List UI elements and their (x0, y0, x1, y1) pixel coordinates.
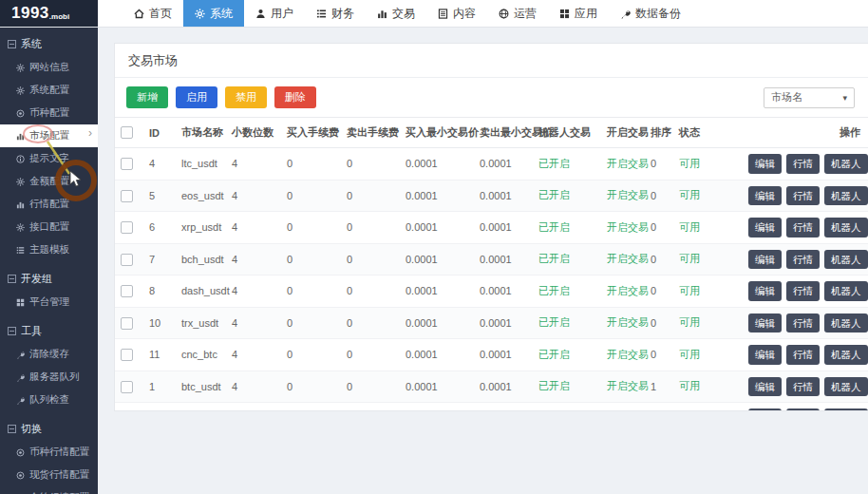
status-badge: 可用 (673, 243, 723, 276)
delete-button[interactable]: 删除 (274, 86, 316, 108)
quotes-button[interactable]: 行情 (786, 186, 820, 206)
robot-button[interactable]: 机器人 (824, 250, 868, 270)
robot-button[interactable]: 机器人 (824, 281, 868, 301)
robot-button[interactable]: 机器人 (824, 408, 868, 411)
row-checkbox[interactable] (121, 317, 133, 330)
edit-button[interactable]: 编辑 (748, 186, 782, 206)
collapse-icon (8, 275, 16, 283)
sidebar-section-tools: 工具清除缓存服务器队列队列检查 (0, 314, 98, 411)
robot-button[interactable]: 机器人 (824, 218, 868, 238)
robot-trading-status: 已开启 (533, 370, 601, 403)
edit-button[interactable]: 编辑 (748, 154, 782, 174)
robot-button[interactable]: 机器人 (824, 345, 868, 365)
buy-fee: 0 (281, 243, 341, 276)
sidebar-item-server-queue[interactable]: 服务器队列 (0, 366, 98, 389)
sort-order: 0 (645, 243, 673, 276)
buy-fee: 0 (281, 370, 341, 403)
sidebar-item-quotes-config[interactable]: 行情配置 (0, 193, 98, 216)
quotes-button[interactable]: 行情 (786, 345, 820, 365)
buy-min-price: 0.0001 (400, 339, 474, 371)
robot-trading-status: 已开启 (533, 212, 601, 244)
row-checkbox[interactable] (121, 349, 133, 361)
sidebar-item-site-info[interactable]: 网站信息 (0, 56, 98, 79)
nav-item-apps[interactable]: 应用 (548, 0, 609, 27)
decimals: 4 (226, 339, 281, 371)
row-checkbox[interactable] (121, 381, 133, 393)
row-checkbox[interactable] (121, 254, 133, 266)
sidebar-item-label: 市场配置 (29, 129, 69, 142)
row-select-cell (115, 243, 143, 276)
sidebar-item-label: 币种配置 (29, 106, 69, 120)
enable-button[interactable]: 启用 (176, 86, 217, 108)
buy-min-price: 0.0001 (400, 180, 474, 212)
quotes-button[interactable]: 行情 (786, 218, 820, 238)
nav-item-finance[interactable]: 财务 (305, 0, 366, 27)
edit-button[interactable]: 编辑 (748, 218, 782, 238)
market-filter-value: 市场名 (771, 90, 802, 104)
sell-fee: 0 (341, 212, 400, 244)
robot-button[interactable]: 机器人 (824, 377, 868, 397)
trading-status: 开启交易 (601, 243, 645, 276)
nav-item-operation[interactable]: 运营 (487, 0, 548, 27)
sidebar-item-api-config[interactable]: 接口配置 (0, 216, 98, 238)
sidebar-item-clear-cache[interactable]: 清除缓存 (0, 343, 98, 366)
nav-item-data-backup[interactable]: 数据备份 (609, 0, 692, 27)
sidebar-item-theme-template[interactable]: 主题模板 (0, 238, 98, 261)
sidebar-item-tip-text[interactable]: 提示文字 (0, 147, 98, 170)
edit-button[interactable]: 编辑 (748, 408, 782, 411)
quotes-button[interactable]: 行情 (786, 154, 820, 174)
sidebar-item-contract-quotes-config[interactable]: 合约行情配置 (0, 486, 98, 494)
nav-item-home[interactable]: 首页 (123, 0, 183, 27)
quotes-button[interactable]: 行情 (786, 281, 820, 301)
add-button[interactable]: 新增 (126, 86, 168, 108)
sidebar-item-amount-config[interactable]: 金额配置 (0, 170, 98, 193)
quotes-button[interactable]: 行情 (786, 408, 820, 411)
edit-button[interactable]: 编辑 (748, 377, 782, 397)
sidebar-section-header-switch[interactable]: 切换 (0, 415, 98, 441)
nav-item-users[interactable]: 用户 (244, 0, 305, 27)
table-row: 7bch_usdt4000.00010.0001已开启开启交易0可用编辑行情机器… (115, 243, 868, 276)
nav-item-system[interactable]: 系统 (183, 0, 244, 27)
edit-button[interactable]: 编辑 (748, 281, 782, 301)
collapse-icon (8, 40, 16, 48)
table-row: 10trx_usdt4000.00010.0001已开启开启交易0可用编辑行情机… (115, 307, 868, 339)
row-checkbox[interactable] (121, 285, 133, 297)
brand-logo[interactable]: 1993 .mobi (0, 0, 98, 27)
row-select-cell (115, 180, 143, 212)
file-icon (438, 9, 448, 19)
sidebar-item-system-config[interactable]: 系统配置 (0, 79, 98, 102)
row-checkbox[interactable] (121, 221, 133, 234)
robot-button[interactable]: 机器人 (824, 154, 868, 174)
robot-button[interactable]: 机器人 (824, 186, 868, 206)
sidebar-section-header-dev[interactable]: 开发组 (0, 265, 98, 291)
sidebar-item-queue-check[interactable]: 队列检查 (0, 389, 98, 411)
top-nav: 首页系统用户财务交易内容运营应用数据备份 (123, 0, 692, 27)
quotes-button[interactable]: 行情 (786, 314, 820, 333)
nav-item-trade[interactable]: 交易 (366, 0, 426, 27)
edit-button[interactable]: 编辑 (748, 250, 782, 270)
market-filter-select[interactable]: 市场名 ▾ (764, 87, 855, 108)
robot-trading-status: 已开启 (533, 243, 601, 276)
sidebar-section-header-tools[interactable]: 工具 (0, 317, 98, 343)
markets-table: ID市场名称小数位数买入手续费卖出手续费买入最小交易价卖出最小交易价机器人交易开… (115, 117, 868, 411)
select-all-checkbox[interactable] (121, 126, 133, 139)
sidebar-item-platform-manage[interactable]: 平台管理 (0, 291, 98, 314)
sidebar-item-spot-quotes-config[interactable]: 现货行情配置 (0, 464, 98, 486)
decimals: 4 (226, 148, 281, 180)
chevron-down-icon: ▾ (842, 93, 847, 103)
sidebar-item-coin-config[interactable]: 币种配置 (0, 102, 98, 124)
quotes-button[interactable]: 行情 (786, 250, 820, 270)
edit-button[interactable]: 编辑 (748, 345, 782, 365)
robot-button[interactable]: 机器人 (824, 314, 868, 333)
row-checkbox[interactable] (121, 190, 133, 202)
sidebar-section-header-system[interactable]: 系统 (0, 30, 98, 56)
edit-button[interactable]: 编辑 (748, 314, 782, 333)
sidebar-item-coin-quotes-config[interactable]: 币种行情配置 (0, 441, 98, 464)
status-badge: 可用 (673, 212, 723, 244)
row-checkbox[interactable] (121, 158, 133, 170)
sidebar-item-market-config[interactable]: 市场配置› (0, 124, 98, 147)
nav-item-content[interactable]: 内容 (426, 0, 487, 27)
quotes-button[interactable]: 行情 (786, 377, 820, 397)
disable-button[interactable]: 禁用 (225, 86, 267, 108)
trading-status: 开启交易 (601, 370, 645, 403)
